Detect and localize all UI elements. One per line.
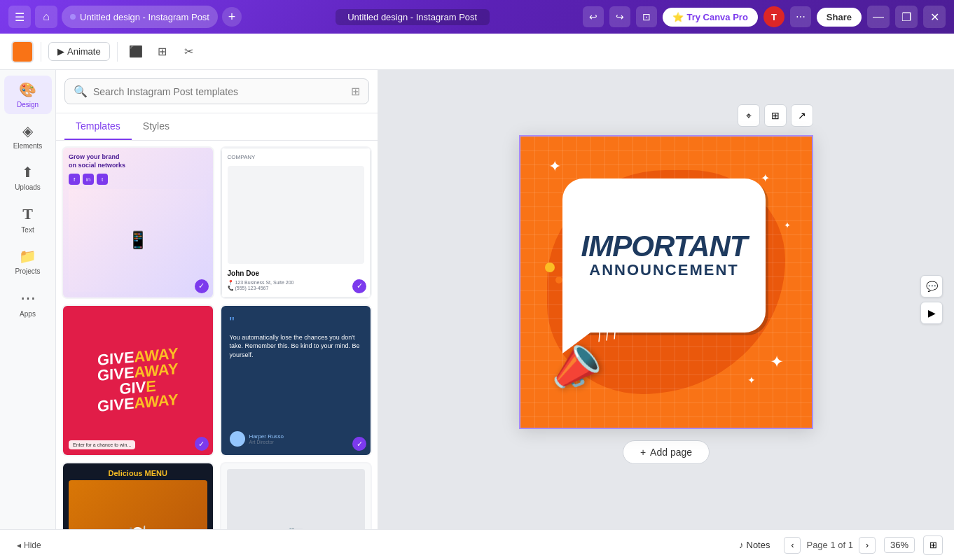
page-info: ‹ Page 1 of 1 › xyxy=(784,537,876,554)
restore-button[interactable]: ❐ xyxy=(895,6,918,28)
try-pro-button[interactable]: ⭐ Try Canva Pro xyxy=(663,8,757,27)
apps-icon: ⋯ xyxy=(20,289,36,307)
sidebar-item-projects[interactable]: 📁 Projects xyxy=(4,242,52,281)
tab-styles[interactable]: Styles xyxy=(132,113,181,140)
canvas-frame[interactable]: ✦ ✦ ✦ ✦ ✦ IMPORTANT ANNOUNCEMENT xyxy=(519,135,813,429)
share-button[interactable]: Share xyxy=(817,8,862,27)
template-grid: Grow your brandon social networks f in t… xyxy=(62,146,372,529)
topbar-left: ☰ ⌂ Untitled design - Instagram Post + xyxy=(8,6,242,28)
elements-icon: ◈ xyxy=(22,122,33,139)
sparkle-4: ✦ xyxy=(747,374,756,386)
clean-image: 📷 xyxy=(227,469,366,529)
search-area: 🔍 ⊞ xyxy=(56,70,378,113)
animate-button[interactable]: ▶ Animate xyxy=(48,42,110,61)
topbar-center: Untitled design - Instagram Post xyxy=(247,9,577,25)
badge-check-3: ✓ xyxy=(195,437,209,451)
tabs-row: Templates Styles xyxy=(56,113,378,141)
canvas-tool-grid[interactable]: ⊞ xyxy=(764,104,787,127)
notes-button[interactable]: ♪ Notes xyxy=(733,537,775,553)
search-input[interactable] xyxy=(93,86,345,97)
try-pro-label: Try Canva Pro xyxy=(686,12,747,22)
animate-label: Animate xyxy=(67,46,101,57)
sidebar-item-text[interactable]: T Text xyxy=(4,200,52,239)
search-icon: 🔍 xyxy=(74,85,88,98)
template-card-5[interactable]: Delicious MENU 🍽️ 50% off Order Now ★ xyxy=(62,462,214,529)
search-box: 🔍 ⊞ xyxy=(64,78,369,104)
template-card-1[interactable]: Grow your brandon social networks f in t… xyxy=(62,146,214,299)
sidebar-item-uploads[interactable]: ⬆ Uploads xyxy=(4,158,52,197)
tab-templates[interactable]: Templates xyxy=(64,113,132,140)
doc-tab-label: Untitled design - Instagram Post xyxy=(80,12,209,22)
right-controls: 💬 ▶ xyxy=(920,275,943,324)
announcement-design: ✦ ✦ ✦ ✦ ✦ IMPORTANT ANNOUNCEMENT xyxy=(520,136,812,428)
add-page-button[interactable]: + Add page xyxy=(623,440,710,464)
document-tab[interactable]: Untitled design - Instagram Post xyxy=(62,6,218,28)
divider xyxy=(41,42,41,62)
crop-button[interactable]: ✂ xyxy=(178,41,200,63)
avatar[interactable]: T xyxy=(763,6,784,27)
canvas-area: ⌖ ⊞ ↗ ✦ ✦ ✦ ✦ ✦ xyxy=(378,70,954,529)
uploads-icon: ⬆ xyxy=(22,164,34,181)
sidebar-item-apps[interactable]: ⋯ Apps xyxy=(4,284,52,323)
plus-icon: + xyxy=(640,447,646,458)
more-options-button[interactable]: ⋯ xyxy=(790,6,811,27)
topbar-right: ↩ ↪ ⊡ ⭐ Try Canva Pro T ⋯ Share — ❐ ✕ xyxy=(583,6,946,28)
tab-indicator xyxy=(70,14,76,20)
sparkle-5: ✦ xyxy=(784,220,791,230)
grid-view-button[interactable]: ⊞ xyxy=(923,536,943,555)
contact-logo: COMPANY xyxy=(228,154,365,160)
close-button[interactable]: ✕ xyxy=(923,6,946,28)
menu-button[interactable]: ☰ xyxy=(8,6,31,28)
sidebar-item-design[interactable]: 🎨 Design xyxy=(4,76,52,114)
badge-check-4: ✓ xyxy=(352,437,366,451)
layer-button[interactable]: ⊞ xyxy=(151,41,174,63)
filter-button[interactable]: ⊞ xyxy=(351,85,360,98)
format-toolbar: ▶ Animate ⬛ ⊞ ✂ xyxy=(0,34,954,70)
zoom-level[interactable]: 36% xyxy=(884,537,915,553)
doc-title: Untitled design - Instagram Post xyxy=(336,9,490,25)
quote-mark: " xyxy=(230,314,363,330)
redo-button[interactable]: ↪ xyxy=(609,6,630,27)
sidebar-item-label-elements: Elements xyxy=(13,142,43,150)
menu-image: 🍽️ xyxy=(69,480,207,529)
dot-decoration-2 xyxy=(555,276,562,284)
hide-label: Hide xyxy=(24,540,41,550)
new-tab-button[interactable]: + xyxy=(222,7,242,27)
template-card-2[interactable]: COMPANY John Doe 📍 123 Business St, Suit… xyxy=(220,146,373,299)
dot-decoration-1 xyxy=(545,262,555,272)
rc-button-1[interactable]: 💬 xyxy=(920,275,943,298)
social-icon-2: in xyxy=(83,174,94,185)
home-button[interactable]: ⌂ xyxy=(35,6,57,28)
template-card-6[interactable]: 📷 clean and clear xyxy=(220,462,373,529)
quote-text: You automatically lose the chances you d… xyxy=(230,330,363,432)
topbar: ☰ ⌂ Untitled design - Instagram Post + U… xyxy=(0,0,954,34)
color-picker[interactable] xyxy=(11,41,34,63)
notes-label: Notes xyxy=(747,540,770,550)
align-button[interactable]: ⬛ xyxy=(125,41,147,63)
sidebar-item-elements[interactable]: ◈ Elements xyxy=(4,117,52,155)
sidebar-item-label-projects: Projects xyxy=(15,267,40,275)
notes-icon: ♪ xyxy=(739,540,744,550)
hide-panel-button[interactable]: ◂ Hide xyxy=(11,538,47,553)
template-card-3[interactable]: GIVEAWAYGIVEAWAYGIVEGIVEAWAY Enter for a… xyxy=(62,304,214,457)
speech-bubble: IMPORTANT ANNOUNCEMENT xyxy=(562,178,766,332)
social-icon-1: f xyxy=(69,174,80,185)
star-icon: ⭐ xyxy=(672,12,684,22)
canvas-tool-position[interactable]: ⌖ xyxy=(738,104,760,127)
undo-button[interactable]: ↩ xyxy=(583,6,604,27)
minimize-button[interactable]: — xyxy=(867,6,890,28)
animate-icon: ▶ xyxy=(57,46,64,57)
next-page-button[interactable]: › xyxy=(859,537,876,554)
design-icon: 🎨 xyxy=(19,81,36,98)
canvas-wrapper: ⌖ ⊞ ↗ ✦ ✦ ✦ ✦ ✦ xyxy=(519,135,813,464)
resize-button[interactable]: ⊡ xyxy=(636,6,657,27)
canvas-tool-expand[interactable]: ↗ xyxy=(791,104,813,127)
template-card-4[interactable]: " You automatically lose the chances you… xyxy=(220,304,373,457)
prev-page-button[interactable]: ‹ xyxy=(784,537,801,554)
hide-icon: ◂ xyxy=(17,540,21,550)
left-sidebar: 🎨 Design ◈ Elements ⬆ Uploads T Text 📁 P… xyxy=(0,70,56,529)
quote-author: Harper Russo Art Director xyxy=(230,431,363,447)
menu-title: Delicious MENU xyxy=(69,469,207,477)
rc-button-2[interactable]: ▶ xyxy=(920,302,943,324)
social-icon-3: t xyxy=(97,174,108,185)
